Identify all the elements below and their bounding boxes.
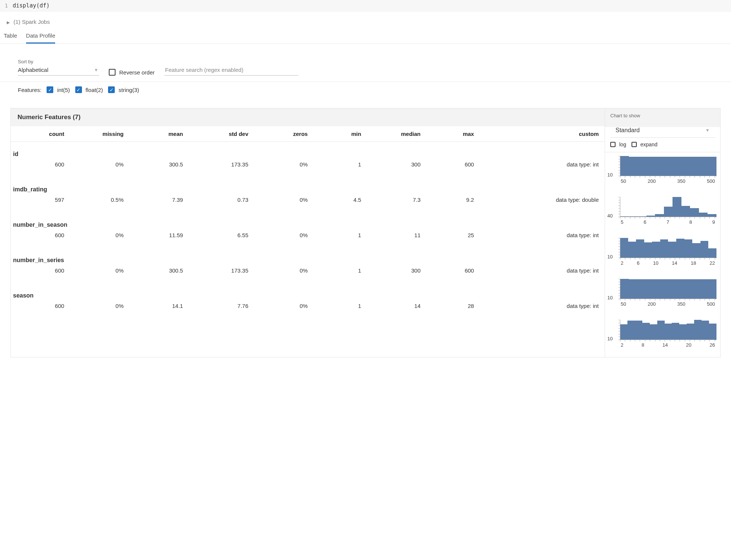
cell-std_dev: 6.55 bbox=[189, 230, 254, 248]
col-count[interactable]: count bbox=[11, 126, 70, 142]
cell-min: 1 bbox=[314, 301, 367, 319]
chart-to-show-label: Chart to show bbox=[605, 108, 720, 127]
cell-max: 600 bbox=[427, 160, 480, 177]
cell-mean: 300.5 bbox=[130, 160, 189, 177]
cell-median: 11 bbox=[367, 230, 426, 248]
cell-min: 4.5 bbox=[314, 195, 367, 213]
histogram-bar bbox=[664, 207, 673, 217]
cell-zeros: 0% bbox=[254, 230, 314, 248]
expand-checkbox[interactable]: expand bbox=[632, 141, 658, 147]
section-title: Numeric Features (7) bbox=[11, 108, 605, 126]
chevron-down-icon: ▼ bbox=[705, 128, 710, 133]
feature-search-input[interactable] bbox=[164, 65, 298, 76]
x-tick: 500 bbox=[707, 301, 715, 307]
histogram-bar bbox=[681, 157, 690, 176]
chart-aside: Chart to show Standard ▼ log expand 1050… bbox=[605, 108, 720, 357]
cell-zeros: 0% bbox=[254, 301, 314, 319]
checkbox-icon bbox=[610, 142, 616, 147]
histogram-season: 1028142026 bbox=[605, 316, 720, 357]
chart-type-select[interactable]: Standard ▼ bbox=[610, 127, 715, 138]
histogram-bar bbox=[620, 238, 628, 258]
reverse-order-checkbox[interactable]: Reverse order bbox=[109, 69, 155, 76]
table-row: 6000%300.5173.350%1300600data type: int bbox=[11, 160, 605, 177]
histogram-bar bbox=[620, 324, 627, 340]
feature-name: id bbox=[11, 146, 605, 159]
cell-max: 9.2 bbox=[427, 195, 480, 213]
col-max[interactable]: max bbox=[427, 126, 480, 142]
histogram-number_in_season: 102610141822 bbox=[605, 234, 720, 275]
cell-min: 1 bbox=[314, 230, 367, 248]
col-std-dev[interactable]: std dev bbox=[189, 126, 254, 142]
chart-type-value: Standard bbox=[616, 127, 640, 134]
cell-zeros: 0% bbox=[254, 195, 314, 213]
histogram-bar bbox=[620, 279, 629, 299]
string-checkbox[interactable]: ✓ string(3) bbox=[108, 86, 139, 93]
cell-missing: 0% bbox=[70, 230, 129, 248]
stats-table: count missing mean std dev zeros min med… bbox=[11, 126, 605, 319]
histogram-bar bbox=[679, 324, 687, 340]
spark-jobs-label: (1) Spark Jobs bbox=[13, 19, 50, 25]
chevron-right-icon: ▶ bbox=[7, 20, 10, 25]
histogram-bar bbox=[699, 157, 708, 176]
cell-std_dev: 173.35 bbox=[189, 266, 254, 283]
x-tick: 20 bbox=[686, 342, 691, 348]
feature-name: number_in_series bbox=[11, 252, 605, 265]
col-zeros[interactable]: zeros bbox=[254, 126, 314, 142]
histogram-bar bbox=[650, 324, 657, 340]
float-checkbox[interactable]: ✓ float(2) bbox=[75, 86, 103, 93]
histogram-bar bbox=[690, 157, 699, 176]
y-axis-label: 10 bbox=[607, 336, 613, 341]
histogram-bar bbox=[655, 157, 664, 176]
y-axis-label: 10 bbox=[607, 254, 613, 260]
tabs: Table Data Profile bbox=[0, 28, 731, 44]
histogram-bar bbox=[684, 239, 693, 258]
cell-max: 28 bbox=[427, 301, 480, 319]
table-header-row: count missing mean std dev zeros min med… bbox=[11, 126, 605, 142]
col-median[interactable]: median bbox=[367, 126, 426, 142]
histogram-bar bbox=[664, 157, 673, 176]
col-custom[interactable]: custom bbox=[480, 126, 605, 142]
histogram-bar bbox=[708, 157, 716, 176]
histogram-bar bbox=[636, 239, 644, 258]
reverse-order-label: Reverse order bbox=[119, 69, 155, 76]
sort-by-select[interactable]: Alphabetical ▼ bbox=[18, 65, 99, 76]
x-tick: 50 bbox=[621, 301, 626, 307]
cell-mean: 300.5 bbox=[130, 266, 189, 283]
histogram-bar bbox=[676, 239, 684, 258]
code-text[interactable]: display(df) bbox=[13, 2, 50, 9]
table-row: 6000%11.596.550%11125data type: int bbox=[11, 230, 605, 248]
histogram-bar bbox=[664, 279, 673, 299]
tab-table[interactable]: Table bbox=[4, 32, 17, 44]
histogram-bar bbox=[687, 324, 694, 340]
spark-jobs-toggle[interactable]: ▶ (1) Spark Jobs bbox=[0, 12, 731, 28]
x-tick: 7 bbox=[667, 219, 669, 225]
log-checkbox[interactable]: log bbox=[610, 141, 626, 147]
feature-name: number_in_season bbox=[11, 217, 605, 230]
cell-missing: 0% bbox=[70, 160, 129, 177]
histogram-bar bbox=[665, 324, 672, 340]
int-label: int(5) bbox=[57, 87, 70, 93]
x-tick: 5 bbox=[621, 219, 623, 225]
cell-count: 597 bbox=[11, 195, 70, 213]
histogram-bar bbox=[699, 213, 708, 217]
histogram-bar bbox=[694, 320, 702, 340]
col-missing[interactable]: missing bbox=[70, 126, 129, 142]
cell-mean: 14.1 bbox=[130, 301, 189, 319]
checkbox-icon bbox=[109, 69, 115, 76]
histogram-bar bbox=[668, 242, 676, 258]
cell-count: 600 bbox=[11, 230, 70, 248]
tab-data-profile[interactable]: Data Profile bbox=[26, 32, 55, 44]
cell-count: 600 bbox=[11, 160, 70, 177]
histogram-bar bbox=[646, 157, 655, 176]
controls: Sort by Alphabetical ▼ Reverse order bbox=[0, 44, 731, 76]
histogram-bar bbox=[652, 242, 660, 258]
col-mean[interactable]: mean bbox=[130, 126, 189, 142]
x-tick: 18 bbox=[691, 260, 696, 266]
histogram-bar bbox=[629, 279, 638, 299]
sort-by-value: Alphabetical bbox=[18, 67, 48, 73]
cell-zeros: 0% bbox=[254, 160, 314, 177]
int-checkbox[interactable]: ✓ int(5) bbox=[47, 86, 70, 93]
histogram-number_in_series: 1050200350500 bbox=[605, 275, 720, 316]
col-min[interactable]: min bbox=[314, 126, 367, 142]
histogram-bar bbox=[702, 321, 709, 340]
